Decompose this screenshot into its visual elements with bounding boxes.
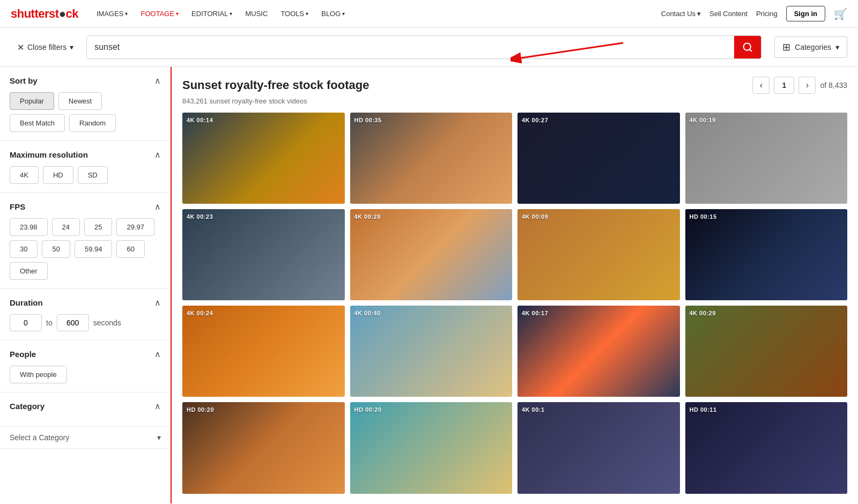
video-thumb[interactable]: 4K 00:14 [182,113,345,204]
contact-us-link[interactable]: Contact Us ▾ [661,10,701,18]
duration-unit-label: seconds [93,318,121,327]
with-people-button[interactable]: With people [10,366,67,383]
search-input-wrap [86,35,761,59]
chevron-down-icon: ▾ [176,11,179,17]
pricing-link[interactable]: Pricing [756,10,778,18]
duration-title: Duration [10,298,43,307]
duration-inputs: to seconds [10,314,161,331]
sort-by-section: Sort by ∧ Popular Newest Best Match Rand… [0,67,171,141]
category-section: Category ∧ [0,392,171,427]
nav-item-music[interactable]: MUSIC [240,6,273,21]
nav-item-blog[interactable]: BLOG ▾ [316,6,350,21]
people-options: With people [10,366,161,383]
video-badge: 4K 00:17 [522,310,548,316]
duration-to-label: to [46,318,53,327]
max-resolution-section: Maximum resolution ∧ 4K HD SD [0,141,171,193]
chevron-down-icon: ▾ [835,43,839,51]
people-title: People [10,350,36,359]
video-thumb[interactable]: HD 00:20 [350,402,513,493]
search-input[interactable] [87,36,734,58]
video-badge: HD 00:15 [690,213,717,220]
video-badge: HD 00:35 [354,117,382,123]
video-thumb[interactable]: 4K 00:1 [517,402,680,493]
video-thumb[interactable]: HD 00:35 [350,113,513,204]
search-icon [742,42,753,53]
video-thumb[interactable]: 4K 00:27 [517,113,680,204]
sort-random-button[interactable]: Random [69,114,116,132]
prev-page-button[interactable]: ‹ [752,77,770,94]
duration-from-input[interactable] [10,314,42,331]
fps-header[interactable]: FPS ∧ [10,202,161,212]
chevron-down-icon: ▾ [125,11,128,17]
res-hd-button[interactable]: HD [43,166,73,184]
video-thumb[interactable]: 4K 00:28 [350,209,513,300]
video-grid: 4K 00:14HD 00:354K 00:274K 00:194K 00:23… [182,113,847,494]
fps-50-button[interactable]: 50 [42,240,70,258]
fps-5994-button[interactable]: 59.94 [75,240,113,258]
categories-button[interactable]: ⊞ Categories ▾ [774,36,847,58]
nav-item-editorial[interactable]: EDITORIAL ▾ [186,6,238,21]
sidebar: Sort by ∧ Popular Newest Best Match Rand… [0,67,172,503]
duration-to-input[interactable] [57,314,89,331]
sort-by-title: Sort by [10,76,38,85]
cart-icon[interactable]: 🛒 [834,8,847,20]
video-badge: 4K 00:09 [522,213,548,220]
search-button[interactable] [734,35,761,59]
fps-2997-button[interactable]: 29.97 [116,218,154,236]
people-header[interactable]: People ∧ [10,349,161,359]
fps-other-button[interactable]: Other [10,262,48,280]
chevron-up-icon: ∧ [154,401,161,411]
sort-by-header[interactable]: Sort by ∧ [10,76,161,86]
sort-by-options: Popular Newest Best Match Random [10,92,161,132]
sort-popular-button[interactable]: Popular [10,92,54,110]
video-thumb[interactable]: 4K 00:24 [182,306,345,397]
sort-best-match-button[interactable]: Best Match [10,114,65,132]
chevron-up-icon: ∧ [154,150,161,160]
logo[interactable]: shutterst●ck [11,7,78,21]
fps-24-button[interactable]: 24 [52,218,80,236]
video-thumb[interactable]: 4K 00:09 [517,209,680,300]
results-header: Sunset royalty-free stock footage ‹ 1 › … [182,77,847,94]
video-thumb[interactable]: HD 00:20 [182,402,345,493]
sort-newest-button[interactable]: Newest [58,92,102,110]
video-thumb[interactable]: 4K 00:29 [685,306,848,397]
nav-item-footage[interactable]: FOOTAGE ▾ [135,6,184,21]
video-badge: 4K 00:19 [690,117,716,123]
fps-60-button[interactable]: 60 [116,240,144,258]
next-page-button[interactable]: › [798,77,816,94]
fps-options: 23.98 24 25 29.97 30 50 59.94 60 Other [10,218,161,280]
fps-25-button[interactable]: 25 [84,218,112,236]
video-thumb[interactable]: HD 00:11 [685,402,848,493]
nav-item-tools[interactable]: TOOLS ▾ [275,6,314,21]
fps-2398-button[interactable]: 23.98 [10,218,48,236]
video-thumb[interactable]: 4K 00:40 [350,306,513,397]
nav-item-images[interactable]: IMAGES ▾ [91,6,134,21]
sign-in-button[interactable]: Sign in [786,6,825,21]
fps-30-button[interactable]: 30 [10,240,38,258]
chevron-down-icon: ▾ [157,433,161,442]
duration-header[interactable]: Duration ∧ [10,298,161,308]
video-thumb[interactable]: 4K 00:23 [182,209,345,300]
content-area: Sunset royalty-free stock footage ‹ 1 › … [172,67,858,503]
select-category-dropdown[interactable]: Select a Category ▾ [0,427,171,449]
video-badge: 4K 00:24 [187,310,213,316]
video-badge: 4K 00:29 [690,310,716,316]
chevron-down-icon: ▾ [70,43,73,51]
sell-content-link[interactable]: Sell Content [709,10,748,18]
chevron-down-icon: ▾ [342,11,345,17]
resolution-options: 4K HD SD [10,166,161,184]
close-icon: ✕ [17,42,24,53]
results-count: 843,261 sunset royalty-free stock videos [182,97,847,105]
res-sd-button[interactable]: SD [78,166,108,184]
video-thumb[interactable]: 4K 00:19 [685,113,848,204]
video-thumb[interactable]: HD 00:15 [685,209,848,300]
category-header[interactable]: Category ∧ [10,401,161,411]
max-resolution-header[interactable]: Maximum resolution ∧ [10,150,161,160]
video-thumb[interactable]: 4K 00:17 [517,306,680,397]
close-filters-button[interactable]: ✕ Close filters ▾ [11,38,80,57]
res-4k-button[interactable]: 4K [10,166,39,184]
nav-links: IMAGES ▾ FOOTAGE ▾ EDITORIAL ▾ MUSIC TOO… [91,6,661,21]
pagination-controls: ‹ 1 › of 8,433 [752,77,847,94]
grid-icon: ⊞ [782,41,790,53]
chevron-up-icon: ∧ [154,349,161,359]
